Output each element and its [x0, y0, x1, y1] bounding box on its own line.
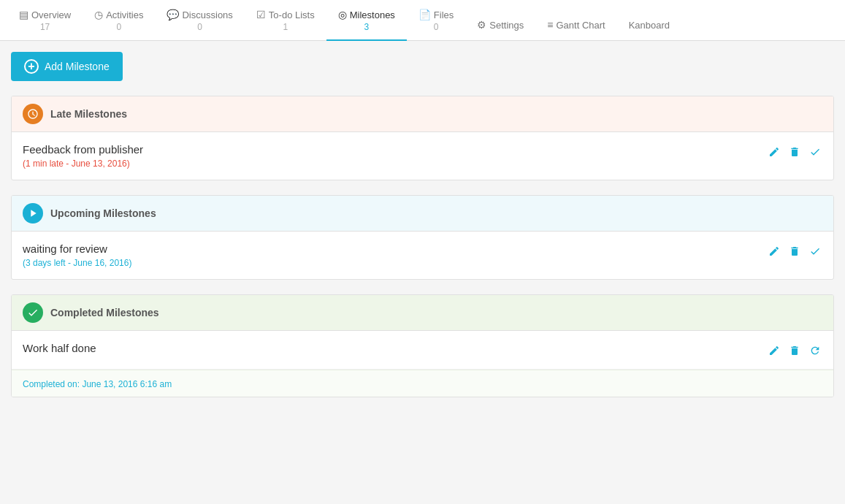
tab-activities-count: 0	[116, 22, 121, 32]
upcoming-milestone-item: waiting for review (3 days left - June 1…	[12, 232, 833, 279]
tab-files-count: 0	[434, 22, 439, 32]
upcoming-delete-button[interactable]	[787, 244, 802, 259]
add-milestone-label: Add Milestone	[45, 61, 110, 72]
tab-settings[interactable]: ⚙ Settings	[465, 10, 535, 41]
completed-reopen-button[interactable]	[808, 343, 822, 358]
completed-section-title: Completed Milestones	[50, 307, 159, 318]
tab-overview-count: 17	[40, 22, 50, 32]
late-milestone-item: Feedback from publisher (1 min late - Ju…	[12, 132, 833, 180]
tab-todo-lists[interactable]: ☑ To-do Lists 1	[245, 0, 326, 41]
tab-gantt[interactable]: ≡ Gantt Chart	[535, 10, 616, 41]
main-content: + Add Milestone Late Milestones Feedback…	[0, 41, 845, 408]
completed-milestones-section: Completed Milestones Work half done	[11, 294, 834, 397]
discussions-icon: 💬	[167, 9, 179, 20]
late-delete-button[interactable]	[787, 145, 802, 159]
late-section-icon	[23, 104, 43, 124]
tab-settings-label: Settings	[489, 20, 524, 31]
upcoming-milestone-info: waiting for review (3 days left - June 1…	[23, 243, 131, 268]
completed-milestone-item: Work half done	[12, 331, 833, 370]
plus-icon: +	[24, 59, 39, 74]
tab-todo-count: 1	[283, 22, 288, 32]
completed-edit-button[interactable]	[767, 343, 781, 358]
late-edit-button[interactable]	[767, 145, 781, 159]
activities-icon: ◷	[94, 9, 103, 20]
late-milestones-section: Late Milestones Feedback from publisher …	[11, 96, 834, 180]
tab-overview-label: Overview	[31, 9, 71, 20]
tab-files-label: Files	[434, 9, 454, 20]
files-icon: 📄	[418, 9, 431, 20]
completed-milestone-actions	[767, 342, 822, 358]
completed-milestone-name: Work half done	[23, 342, 96, 354]
completed-milestone-info: Work half done	[23, 342, 96, 357]
tab-discussions-count: 0	[197, 22, 202, 32]
upcoming-section-title: Upcoming Milestones	[50, 207, 156, 219]
tab-discussions-label: Discussions	[182, 9, 232, 20]
completed-section-icon	[23, 302, 43, 323]
todo-icon: ☑	[256, 9, 266, 20]
tab-overview[interactable]: ▤ Overview 17	[7, 0, 83, 41]
tab-todo-label: To-do Lists	[269, 9, 315, 20]
tab-activities[interactable]: ◷ Activities 0	[83, 0, 155, 41]
completed-delete-button[interactable]	[787, 343, 802, 358]
tab-gantt-label: Gantt Chart	[556, 20, 605, 31]
upcoming-milestones-section: Upcoming Milestones waiting for review (…	[11, 195, 834, 280]
completed-footer-text: Completed on: June 13, 2016 6:16 am	[23, 379, 172, 389]
upcoming-complete-button[interactable]	[808, 244, 822, 259]
upcoming-section-icon	[23, 203, 43, 224]
add-milestone-button[interactable]: + Add Milestone	[11, 52, 123, 81]
milestones-icon: ◎	[338, 9, 347, 20]
tab-milestones-count: 3	[364, 22, 369, 32]
gantt-icon: ≡	[547, 19, 553, 31]
tab-milestones[interactable]: ◎ Milestones 3	[326, 0, 407, 41]
late-complete-button[interactable]	[808, 145, 822, 159]
tab-milestones-label: Milestones	[350, 9, 395, 20]
upcoming-section-header: Upcoming Milestones	[12, 196, 833, 232]
tab-kanboard-label: Kanboard	[629, 20, 670, 31]
upcoming-milestone-actions	[767, 243, 822, 259]
overview-icon: ▤	[19, 9, 28, 20]
upcoming-milestone-date: (3 days left - June 16, 2016)	[23, 258, 131, 268]
tab-discussions[interactable]: 💬 Discussions 0	[155, 0, 244, 41]
settings-icon: ⚙	[477, 19, 486, 31]
tab-kanboard[interactable]: Kanboard	[617, 11, 681, 41]
upcoming-milestone-name: waiting for review	[23, 243, 131, 255]
tab-files[interactable]: 📄 Files 0	[407, 0, 465, 41]
tab-activities-label: Activities	[106, 9, 143, 20]
completed-section-header: Completed Milestones	[12, 295, 833, 331]
late-section-title: Late Milestones	[50, 108, 127, 120]
tab-bar: ▤ Overview 17 ◷ Activities 0 💬 Discussio…	[0, 0, 845, 41]
completed-footer: Completed on: June 13, 2016 6:16 am	[12, 370, 833, 397]
late-milestone-info: Feedback from publisher (1 min late - Ju…	[23, 143, 143, 169]
late-milestone-name: Feedback from publisher	[23, 143, 143, 156]
late-section-header: Late Milestones	[12, 96, 833, 132]
late-milestone-actions	[767, 143, 822, 159]
late-milestone-date: (1 min late - June 13, 2016)	[23, 159, 143, 169]
upcoming-edit-button[interactable]	[767, 244, 781, 259]
